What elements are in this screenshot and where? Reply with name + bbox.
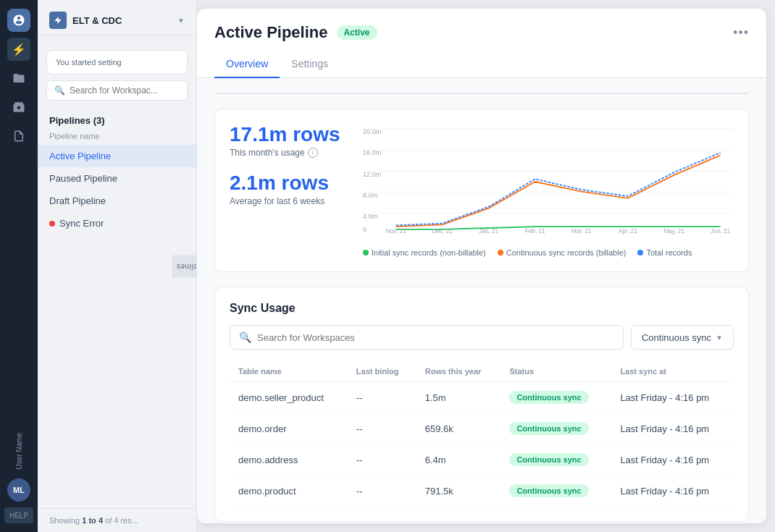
dropdown-chevron-icon: ▼: [716, 334, 723, 342]
sync-usage-card: Sync Usage 🔍 Continuous sync ▼ Table nam…: [214, 287, 749, 522]
last-sync-at-cell: Last Friday - 4:16 pm: [611, 444, 734, 476]
table-name-cell: demo.address: [230, 444, 348, 476]
rows-year-cell: 6.4m: [416, 444, 501, 476]
sidebar-item-active-pipeline[interactable]: Active Pipeline: [38, 145, 196, 167]
table-row: demo.seller_product -- 1.5m Continuous s…: [230, 382, 734, 413]
last-binlog-cell: --: [348, 382, 416, 413]
svg-text:12.0m: 12.0m: [363, 171, 381, 178]
sync-error-label: Sync Error: [59, 218, 104, 229]
sidebar-item-sync-error[interactable]: Sync Error: [38, 212, 196, 235]
sync-usage-title: Sync Usage: [230, 302, 734, 315]
status-badge: Continuous sync: [509, 391, 588, 404]
line-chart: 20.0m 16.0m 12.0m 8.0m 4.0m 0 Nov, 21 De…: [363, 124, 734, 240]
tab-overview[interactable]: Overview: [214, 51, 280, 78]
metrics-chart-card: 17.1m rows This month's usage i 2.1m row…: [214, 109, 749, 272]
workspace-name: ELT & CDC: [72, 15, 172, 26]
status-badge: Continuous sync: [509, 453, 588, 466]
status-badge: Continuous sync: [509, 422, 588, 435]
col-sync-status: Sync Status: [616, 93, 748, 94]
legend-total: Total records: [637, 248, 692, 257]
chart-legend: Initial sync records (non-billable) Cont…: [363, 248, 734, 257]
help-button[interactable]: HELP: [4, 507, 33, 523]
sync-usage-table: Table name Last binlog Rows this year St…: [230, 361, 734, 507]
metrics-panel: 17.1m rows This month's usage i 2.1m row…: [230, 124, 345, 257]
nav-doc-icon[interactable]: [7, 124, 30, 148]
col-rows-this-year: Rows this year: [416, 361, 501, 382]
page-title: Active Pipeline: [214, 23, 328, 42]
showing-text: Showing 1 to 4 of 4 res...: [38, 508, 196, 532]
status-cell: Continuous sync: [500, 413, 611, 444]
svg-text:Jun, 21: Jun, 21: [711, 228, 730, 235]
last-sync-at-cell: Last Friday - 4:16 pm: [611, 476, 734, 507]
app-icon[interactable]: [7, 9, 30, 32]
info-icon[interactable]: i: [308, 148, 318, 158]
monthly-rows-value: 17.1m rows: [230, 124, 345, 146]
username-label: User Name: [15, 433, 23, 470]
error-dot-icon: [49, 221, 55, 227]
sync-type-dropdown[interactable]: Continuous sync ▼: [631, 325, 734, 350]
sidebar-item-draft-pipeline[interactable]: Draft Pipeline: [38, 190, 196, 212]
sidebar-search[interactable]: 🔍: [46, 80, 188, 101]
svg-text:16.0m: 16.0m: [363, 149, 381, 156]
status-badge: Continuous sync: [509, 484, 588, 497]
user-avatar[interactable]: ML: [7, 478, 30, 502]
pipeline-title-area: Active Pipeline Active: [214, 23, 377, 42]
source-table: Source Destination Last sync Rows in las…: [215, 93, 748, 94]
svg-text:Apr, 21: Apr, 21: [619, 228, 637, 235]
left-navigation: ⚡ User Name ML HELP: [0, 0, 38, 532]
svg-text:Jan, 21: Jan, 21: [479, 228, 498, 235]
workspace-chevron-icon[interactable]: ▼: [177, 17, 185, 25]
sync-search-icon: 🔍: [239, 332, 251, 343]
svg-text:Dec, 21: Dec, 21: [432, 228, 453, 235]
sidebar: ELT & CDC ▼ You started setting 🔍 Pipeli…: [38, 0, 197, 532]
main-content: Source Destination Last sync Rows in las…: [197, 78, 766, 523]
tab-bar: Overview Settings: [197, 51, 766, 78]
sidebar-header: ELT & CDC ▼: [38, 0, 196, 35]
svg-text:20.0m: 20.0m: [363, 128, 381, 135]
nav-box-icon[interactable]: [7, 96, 30, 119]
table-name-cell: demo.order: [230, 413, 348, 444]
search-input[interactable]: [70, 85, 180, 96]
table-name-cell: demo.product: [230, 476, 348, 507]
back-to-pipelines[interactable]: Back to pipelines: [172, 255, 197, 277]
svg-text:Nov, 21: Nov, 21: [386, 228, 406, 235]
more-options-button[interactable]: •••: [733, 25, 749, 41]
col-last-sync-at: Last sync at: [611, 361, 734, 382]
sync-controls: 🔍 Continuous sync ▼: [230, 325, 734, 350]
pipeline-col-header: Pipeline name: [38, 129, 196, 145]
avg-metric: 2.1m rows Average for last 6 weeks: [230, 172, 345, 206]
status-cell: Continuous sync: [500, 382, 611, 413]
col-last-binlog: Last binlog: [348, 361, 416, 382]
sidebar-item-paused-pipeline[interactable]: Paused Pipeline: [38, 167, 196, 190]
sync-search-input[interactable]: [257, 332, 614, 343]
nav-lightning-icon[interactable]: ⚡: [7, 38, 30, 61]
svg-text:4.0m: 4.0m: [363, 213, 377, 220]
svg-text:Feb, 21: Feb, 21: [525, 228, 545, 235]
svg-text:0: 0: [363, 226, 366, 233]
status-cell: Continuous sync: [500, 444, 611, 476]
legend-initial: Initial sync records (non-billable): [363, 248, 486, 257]
sync-search-box[interactable]: 🔍: [230, 325, 624, 350]
svg-text:May, 21: May, 21: [663, 228, 684, 235]
col-rows-last-sync: Rows in last sync: [542, 93, 616, 94]
rows-year-cell: 791.5k: [416, 476, 501, 507]
col-table-name: Table name: [230, 361, 348, 382]
last-binlog-cell: --: [348, 413, 416, 444]
legend-continuous: Continuous sync records (billable): [498, 248, 627, 257]
monthly-rows-label: This month's usage i: [230, 148, 345, 158]
col-source: Source: [215, 93, 332, 94]
status-cell: Continuous sync: [500, 476, 611, 507]
status-badge: Active: [337, 25, 377, 40]
last-binlog-cell: --: [348, 444, 416, 476]
table-row: demo.address -- 6.4m Continuous sync Las…: [230, 444, 734, 476]
sync-dropdown-label: Continuous sync: [642, 332, 711, 343]
nav-folder-icon[interactable]: [7, 67, 30, 90]
table-row: demo.product -- 791.5k Continuous sync L…: [230, 476, 734, 507]
last-binlog-cell: --: [348, 476, 416, 507]
col-destination: Destination: [332, 93, 458, 94]
last-sync-at-cell: Last Friday - 4:16 pm: [611, 382, 734, 413]
table-row: demo.order -- 659.6k Continuous sync Las…: [230, 413, 734, 444]
tab-settings[interactable]: Settings: [280, 51, 340, 78]
last-sync-at-cell: Last Friday - 4:16 pm: [611, 413, 734, 444]
sidebar-notification: You started setting: [46, 50, 188, 75]
